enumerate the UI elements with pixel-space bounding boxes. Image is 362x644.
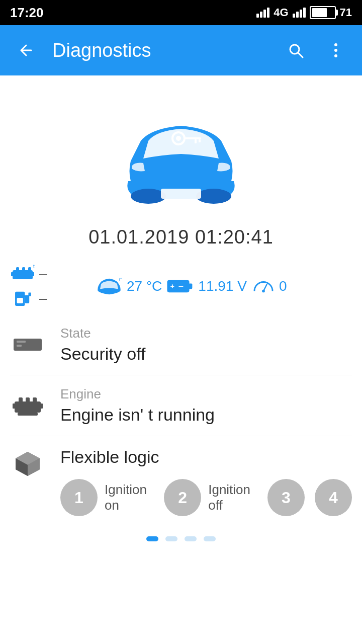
- svg-rect-22: [25, 295, 29, 303]
- page-title: Diagnostics: [52, 40, 269, 61]
- engine-value: Engine isn' t running: [60, 405, 352, 425]
- svg-rect-10: [184, 137, 201, 139]
- page-dot-3: [185, 536, 197, 541]
- car-temp-stat: t° 27 °C: [96, 276, 162, 296]
- time-display: 17:20: [10, 5, 44, 21]
- svg-rect-39: [33, 397, 37, 404]
- flex-label-1: Ignition on: [105, 482, 154, 513]
- battery-voltage-value: 11.91 V: [198, 278, 247, 294]
- flex-button-1[interactable]: 1: [60, 479, 98, 516]
- flex-button-3[interactable]: 3: [267, 479, 305, 516]
- speed-stat: 0: [252, 277, 287, 296]
- flex-btn-group-2: 2 Ignition off: [164, 479, 257, 516]
- svg-rect-27: [189, 284, 193, 289]
- svg-rect-35: [17, 345, 22, 347]
- flex-btn-group-3: 3: [267, 479, 305, 516]
- flex-button-2[interactable]: 2: [164, 479, 201, 516]
- svg-point-3: [334, 49, 337, 52]
- svg-rect-16: [28, 267, 31, 272]
- svg-rect-23: [28, 293, 31, 296]
- svg-rect-11: [195, 139, 197, 143]
- state-icon: [10, 337, 45, 353]
- svg-rect-14: [16, 267, 19, 272]
- svg-text:t°: t°: [33, 264, 35, 269]
- page-dot-2: [165, 536, 177, 541]
- status-icons: 4G 71: [256, 6, 352, 19]
- flexible-logic-section: Flexible logic 1 Ignition on 2 Ignition …: [0, 436, 362, 516]
- main-content: 01.01.2019 01:20:41 t° –: [0, 75, 362, 644]
- svg-rect-42: [18, 413, 38, 416]
- flexible-logic-title: Flexible logic: [60, 447, 352, 467]
- battery-stat: 11.91 V: [167, 277, 247, 296]
- flex-btn-group-1: 1 Ignition on: [60, 479, 154, 516]
- page-indicator: [146, 536, 216, 541]
- svg-rect-34: [17, 341, 26, 343]
- battery-level: 71: [340, 6, 352, 19]
- engine-icon: [10, 392, 45, 419]
- back-button[interactable]: [12, 36, 40, 64]
- search-button[interactable]: [282, 36, 310, 64]
- engine-item: Engine Engine isn' t running: [10, 375, 352, 436]
- app-bar: Diagnostics: [0, 25, 362, 75]
- svg-rect-38: [26, 397, 30, 404]
- state-text: State Security off: [60, 326, 352, 364]
- svg-rect-7: [161, 189, 201, 199]
- flex-label-2: Ignition off: [208, 482, 257, 513]
- info-section: State Security off Engine Engine isn': [0, 314, 362, 436]
- svg-rect-37: [19, 397, 23, 404]
- engine-temp-value: –: [39, 266, 47, 282]
- flexible-logic-content: Flexible logic 1 Ignition on 2 Ignition …: [60, 447, 352, 516]
- flex-btn-group-4: 4: [315, 479, 352, 516]
- datetime-display: 01.01.2019 01:20:41: [88, 226, 274, 248]
- stats-row: t° – – t°: [0, 263, 362, 309]
- svg-text:t°: t°: [119, 277, 122, 282]
- status-bar: 17:20 4G 71: [0, 0, 362, 25]
- engine-label: Engine: [60, 386, 352, 402]
- battery-icon: [310, 6, 336, 19]
- state-value: Security off: [60, 344, 352, 364]
- fuel-stat: –: [10, 287, 90, 309]
- more-options-button[interactable]: [322, 36, 350, 64]
- speed-value: 0: [279, 278, 287, 294]
- engine-text: Engine Engine isn' t running: [60, 386, 352, 425]
- signal-icon-2: [293, 8, 306, 18]
- car-temp-value: 27 °C: [127, 278, 162, 294]
- svg-rect-15: [22, 267, 25, 272]
- svg-line-1: [298, 53, 303, 57]
- svg-rect-12: [199, 139, 201, 142]
- fuel-value: –: [39, 290, 47, 306]
- stats-left-column: t° – –: [10, 263, 90, 309]
- state-label: State: [60, 326, 352, 341]
- svg-point-32: [262, 290, 265, 293]
- svg-rect-41: [38, 404, 43, 409]
- page-dot-4: [204, 536, 216, 541]
- engine-temp-stat: t° –: [10, 263, 90, 284]
- network-type: 4G: [274, 6, 288, 19]
- car-illustration: [101, 75, 261, 226]
- svg-point-2: [334, 43, 337, 46]
- svg-rect-17: [11, 272, 15, 276]
- flex-buttons-row: 1 Ignition on 2 Ignition off 3: [60, 479, 352, 516]
- page-dot-1: [146, 536, 158, 541]
- svg-rect-40: [13, 404, 18, 409]
- state-item: State Security off: [10, 314, 352, 375]
- svg-rect-21: [17, 298, 23, 303]
- svg-point-9: [176, 136, 181, 141]
- svg-point-5: [131, 189, 166, 204]
- svg-point-6: [196, 189, 231, 204]
- flexible-logic-icon: [10, 449, 45, 478]
- svg-rect-18: [30, 272, 34, 276]
- signal-icon: [256, 8, 269, 18]
- svg-point-4: [334, 54, 337, 57]
- flex-button-4[interactable]: 4: [315, 479, 352, 516]
- battery-fill: [312, 8, 327, 17]
